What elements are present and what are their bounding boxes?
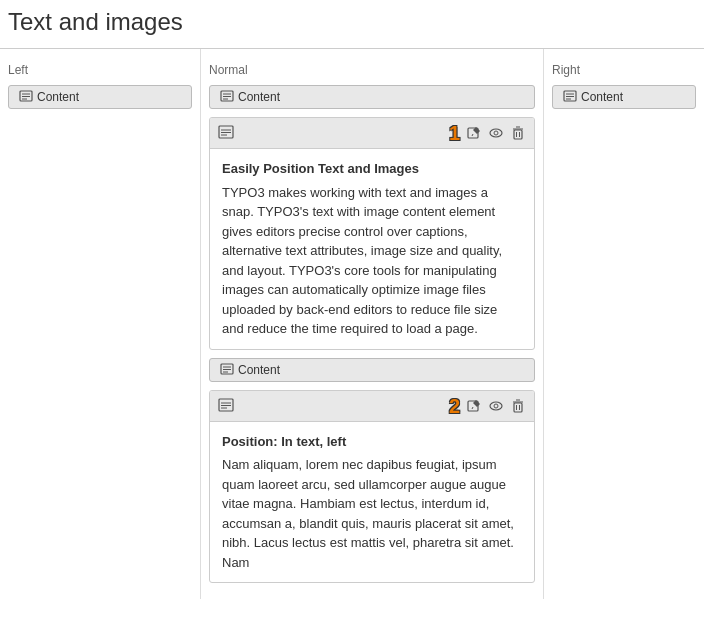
card-2-header: 2 <box>210 391 534 422</box>
card-1-header: 1 <box>210 118 534 149</box>
column-left: Left Content <box>0 49 200 125</box>
card-1-visibility-icon[interactable] <box>488 125 504 141</box>
content-button-normal-1[interactable]: Content <box>209 85 535 109</box>
svg-rect-33 <box>514 403 522 412</box>
column-right: Right Content <box>544 49 704 125</box>
svg-line-30 <box>472 407 473 409</box>
card-2-visibility-icon[interactable] <box>488 398 504 414</box>
card-2-header-left <box>218 398 234 414</box>
card-2-header-right: 2 <box>445 396 526 416</box>
card-1-header-left <box>218 125 234 141</box>
card-1-title: Easily Position Text and Images <box>222 159 522 179</box>
card-2-type-icon <box>218 398 234 414</box>
content-button-left-label: Content <box>37 90 79 104</box>
card-1-badge: 1 <box>449 123 460 143</box>
card-1-body: Easily Position Text and Images TYPO3 ma… <box>210 149 534 349</box>
column-normal: Normal Content <box>200 49 544 599</box>
content-card-2: 2 <box>209 390 535 584</box>
card-1-edit-icon[interactable] <box>466 125 482 141</box>
card-2-badge: 2 <box>449 396 460 416</box>
card-2-text: Nam aliquam, lorem nec dapibus feugiat, … <box>222 455 522 572</box>
svg-point-15 <box>494 131 498 135</box>
card-1-type-icon <box>218 125 234 141</box>
content-icon-normal-2 <box>220 363 234 377</box>
card-2-edit-icon[interactable] <box>466 398 482 414</box>
content-button-right[interactable]: Content <box>552 85 696 109</box>
card-2-body: Position: In text, left Nam aliquam, lor… <box>210 422 534 583</box>
content-button-normal-2[interactable]: Content <box>209 358 535 382</box>
column-right-label: Right <box>552 57 696 85</box>
card-1-delete-icon[interactable] <box>510 125 526 141</box>
svg-rect-16 <box>514 130 522 139</box>
content-icon-left <box>19 90 33 104</box>
card-2-title: Position: In text, left <box>222 432 522 452</box>
content-icon-right <box>563 90 577 104</box>
svg-point-31 <box>490 402 502 410</box>
svg-point-32 <box>494 404 498 408</box>
card-2-delete-icon[interactable] <box>510 398 526 414</box>
content-button-right-label: Content <box>581 90 623 104</box>
page-title: Text and images <box>0 0 704 49</box>
svg-point-14 <box>490 129 502 137</box>
content-button-normal-1-label: Content <box>238 90 280 104</box>
svg-line-13 <box>472 134 473 136</box>
content-icon-normal-1 <box>220 90 234 104</box>
column-normal-label: Normal <box>209 57 535 85</box>
card-1-text: TYPO3 makes working with text and images… <box>222 183 522 339</box>
card-1-header-right: 1 <box>445 123 526 143</box>
columns-wrapper: Left Content Normal <box>0 49 704 599</box>
content-card-1: 1 <box>209 117 535 350</box>
content-button-left[interactable]: Content <box>8 85 192 109</box>
content-button-normal-2-label: Content <box>238 363 280 377</box>
column-left-label: Left <box>8 57 192 85</box>
